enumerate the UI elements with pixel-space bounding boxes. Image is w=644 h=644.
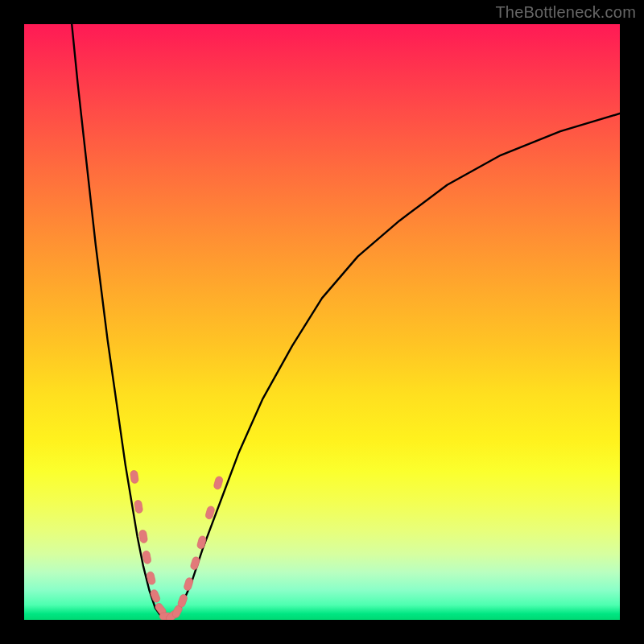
- chart-frame: TheBottleneck.com: [0, 0, 644, 644]
- curve-marker: [134, 500, 142, 514]
- curve-layer: [24, 24, 620, 620]
- plot-area: [24, 24, 620, 620]
- bottleneck-curve: [72, 24, 620, 618]
- curve-marker: [184, 577, 194, 592]
- curve-marker: [138, 530, 148, 543]
- curve-marker: [196, 535, 207, 550]
- curve-marker: [150, 588, 161, 603]
- watermark-text: TheBottleneck.com: [495, 3, 636, 22]
- curve-marker: [190, 556, 200, 571]
- curve-marker: [130, 470, 138, 484]
- curve-marker: [213, 476, 224, 490]
- marker-cluster: [130, 470, 223, 620]
- curve-path: [72, 24, 620, 618]
- curve-marker: [177, 593, 188, 608]
